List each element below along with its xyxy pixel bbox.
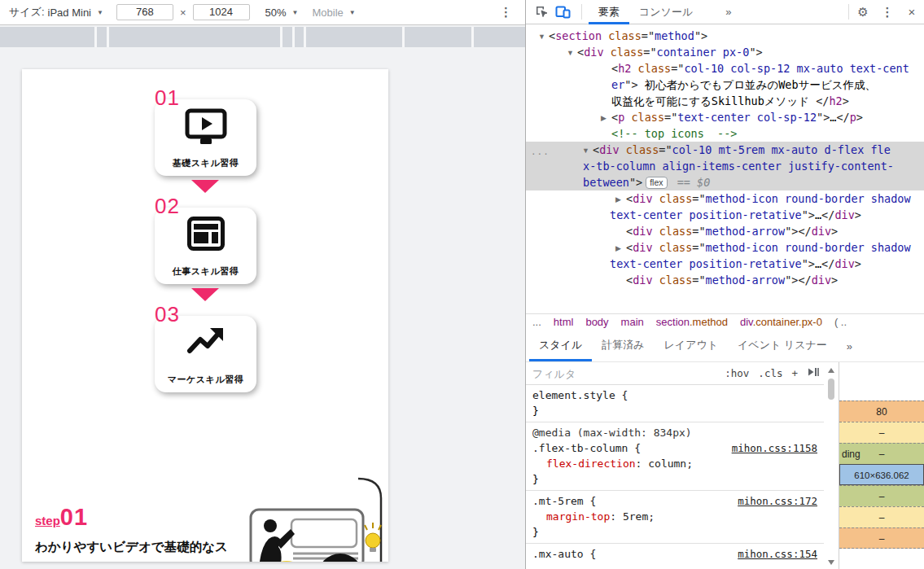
zoom-select[interactable]: 50% ▼ [265, 7, 299, 19]
kebab-menu-icon[interactable]: ⋮ [877, 2, 898, 23]
step-illustration [230, 472, 384, 562]
tab-console[interactable]: コンソール [629, 0, 703, 24]
css-rule[interactable]: @media (max-width: 834px).flex-tb-column… [526, 422, 824, 490]
box-model-border[interactable]: – [839, 422, 924, 443]
styles-tab-4[interactable]: イベント リスナー [728, 330, 837, 361]
more-tabs-button[interactable]: » [847, 332, 852, 361]
device-toolbar: サイズ: iPad Mini ▼ 768 × 1024 50% ▼ Mobile… [0, 0, 525, 25]
dom-tree-line[interactable]: text-center position-retative">…</div> [526, 207, 924, 223]
expand-arrow-icon[interactable]: ▼ [567, 45, 577, 61]
expand-arrow-icon[interactable]: ▶ [615, 240, 626, 256]
css-source-link[interactable]: mihon.css:1158 [732, 440, 817, 456]
css-property[interactable]: margin-top: 5rem; [532, 509, 819, 524]
styles-tab-1[interactable]: スタイル [529, 330, 592, 361]
css-source-link[interactable]: mihon.css:154 [738, 546, 817, 562]
css-rule[interactable]: .mt-5rem {mihon.css:172margin-top: 5rem;… [526, 490, 824, 543]
css-rule[interactable]: .mx-auto {mihon.css:154 [526, 543, 824, 565]
scrollbar-thumb[interactable] [828, 379, 834, 400]
viewport-height-input[interactable]: 1024 [193, 4, 250, 20]
step-number-label: 02 [155, 195, 180, 217]
box-model-diagram: 80––ding610×636.062––– [839, 400, 924, 549]
dom-tree-line[interactable]: <!-- top icons --> [526, 125, 924, 142]
box-model-border[interactable]: – [839, 506, 924, 527]
scroll-up-icon[interactable] [828, 368, 834, 373]
rule-selector[interactable]: .flex-tb-column {mihon.css:1158 [532, 440, 819, 456]
dom-tree-line[interactable]: <div class="method-arrow"></div> [526, 272, 924, 288]
styles-filter-input[interactable]: フィルタ [532, 367, 576, 382]
box-model-padding[interactable]: –ding [839, 443, 924, 464]
dom-tree-line[interactable]: text-center position-retative">…</div> [526, 256, 924, 272]
rule-selector[interactable]: .mx-auto {mihon.css:154 [532, 546, 819, 562]
media-query-bar[interactable] [0, 27, 525, 47]
media-bar-gap [471, 27, 474, 47]
breadcrumb-item[interactable]: div.container.px-0 [740, 316, 822, 328]
dom-tree-line[interactable]: between">flex == $0 [526, 174, 924, 190]
dom-tree-line[interactable]: er"> 初心者からでもプロ並みのWebサービス作成、 [526, 77, 924, 93]
step-number-label: 03 [155, 304, 180, 325]
dom-tree-line[interactable]: ▶<div class="method-icon round-border sh… [526, 190, 924, 207]
filter-toggle[interactable]: .cls [758, 367, 782, 379]
filter-toggle[interactable]: :hov [725, 367, 749, 379]
styles-filter-toggles: :hov.cls+ [725, 367, 819, 379]
styles-tab-3[interactable]: レイアウト [655, 330, 729, 361]
method-step-card[interactable]: マーケスキル習得 [155, 316, 256, 392]
viewport-width-input[interactable]: 768 [116, 4, 173, 20]
breadcrumb-item[interactable]: html [554, 316, 574, 328]
dom-tree-line[interactable]: ▶<p class="text-center col-sp-12">…</p> [526, 109, 924, 125]
breadcrumb-item[interactable]: body [585, 316, 608, 328]
step-heading: step 01 [35, 504, 88, 531]
breadcrumb-item[interactable]: ( .. [834, 316, 847, 328]
expand-arrow-icon[interactable]: ▼ [538, 28, 549, 45]
box-model-content[interactable]: 610×636.062 [839, 464, 924, 485]
breadcrumb-item[interactable]: main [621, 316, 644, 328]
box-model-margin[interactable]: 80 [839, 400, 924, 422]
filter-toggle[interactable]: + [791, 367, 798, 379]
dom-tree-line[interactable]: ▼<div class="col-10 mt-5rem mx-auto d-fl… [526, 142, 924, 158]
dom-tree-line[interactable]: x-tb-column align-items-center justify-c… [526, 158, 924, 174]
media-bar-gap [292, 27, 295, 47]
scroll-down-icon[interactable] [828, 560, 834, 565]
dom-tree-line[interactable]: ▼<section class="method"> [526, 28, 924, 44]
device-type-select[interactable]: サイズ: iPad Mini ▼ [9, 5, 103, 20]
gear-icon[interactable]: ⚙ [852, 2, 874, 23]
whiteboard-inner-frame [291, 519, 357, 547]
dom-tree-line[interactable]: <div class="method-arrow"></div> [526, 223, 924, 239]
dom-tree-line[interactable]: ▼<div class="container px-0"> [526, 44, 924, 60]
box-model-margin[interactable]: – [839, 527, 924, 549]
breadcrumb-item[interactable]: section.method [656, 316, 728, 328]
rule-selector[interactable]: .mt-5rem {mihon.css:172 [532, 493, 819, 509]
styles-sidebar-tabs: スタイル計算済みレイアウトイベント リスナー» [526, 330, 924, 362]
more-tabs-button[interactable]: » [725, 6, 731, 18]
rule-close-brace: } [532, 403, 819, 418]
breadcrumb-item[interactable]: ... [532, 316, 541, 328]
method-step-card[interactable]: 仕事スキル習得 [155, 208, 256, 284]
lightbulb-icon [365, 523, 381, 552]
chevron-down-icon: ▼ [97, 9, 103, 16]
trending-up-icon [186, 325, 226, 356]
overflow-marker[interactable]: ... [531, 147, 550, 157]
throttle-select[interactable]: Mobile ▼ [312, 7, 355, 19]
dom-tree-line[interactable]: <h2 class="col-10 col-sp-12 mx-auto text… [526, 60, 924, 77]
styles-scrollbar[interactable] [824, 364, 839, 569]
toggle-sidebar-icon[interactable] [807, 367, 819, 379]
dom-tree-line[interactable]: ▶<div class="method-icon round-border sh… [526, 239, 924, 256]
css-property[interactable]: flex-direction: column; [532, 456, 819, 471]
styles-tab-2[interactable]: 計算済み [592, 330, 654, 361]
expand-arrow-icon[interactable]: ▶ [601, 110, 611, 126]
box-model-padding[interactable]: – [839, 485, 924, 506]
dom-tree-line[interactable]: 収益化を可能にするSkillhubメソッド </h2> [526, 93, 924, 109]
css-source-link[interactable]: mihon.css:172 [738, 493, 817, 509]
expand-arrow-icon[interactable]: ▼ [582, 142, 593, 159]
tab-elements[interactable]: 要素 [589, 0, 629, 24]
method-step-card[interactable]: 基礎スキル習得 [155, 99, 256, 176]
expand-arrow-icon[interactable]: ▶ [615, 191, 626, 208]
step-word[interactable]: step [35, 514, 60, 527]
kebab-menu-icon[interactable]: ⋮ [500, 5, 512, 20]
rule-selector[interactable]: element.style { [532, 387, 819, 403]
close-icon[interactable]: × [901, 2, 922, 23]
flex-badge[interactable]: flex [646, 177, 667, 189]
toggle-device-toolbar-icon[interactable] [552, 2, 573, 23]
css-rule[interactable]: element.style {} [526, 385, 824, 422]
inspect-element-icon[interactable] [531, 2, 552, 23]
emulated-page: 01基礎スキル習得02仕事スキル習得03マーケスキル習得 step 01 わかり… [22, 69, 388, 562]
